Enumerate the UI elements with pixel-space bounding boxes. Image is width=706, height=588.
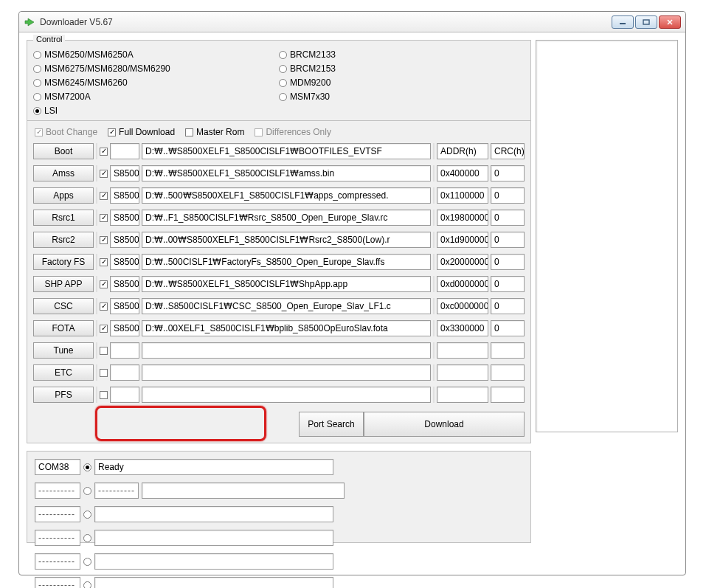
control-radio[interactable]: BRCM2133: [279, 49, 525, 60]
row-checkbox[interactable]: [100, 170, 108, 178]
crc-field[interactable]: [491, 387, 525, 403]
com-radio[interactable]: [83, 581, 91, 589]
image-field[interactable]: [110, 342, 139, 359]
com-status-field[interactable]: [94, 506, 333, 522]
crc-field[interactable]: 0: [491, 320, 525, 336]
row-checkbox[interactable]: [100, 258, 108, 266]
file-type-button[interactable]: Tune: [33, 342, 94, 359]
file-type-button[interactable]: ETC: [33, 364, 94, 381]
file-type-button[interactable]: Rsrc1: [33, 210, 94, 226]
image-field[interactable]: [110, 143, 139, 159]
path-field[interactable]: D:₩..₩S8500XELF1_S8500CISLF1₩amss.bin: [142, 165, 431, 181]
com-status-field[interactable]: [142, 482, 345, 499]
file-type-button[interactable]: Rsrc2: [33, 232, 94, 248]
com-port-field[interactable]: COM38: [35, 459, 80, 475]
minimize-button[interactable]: [612, 15, 634, 29]
path-field[interactable]: D:₩..F1_S8500CISLF1₩Rsrc_S8500_Open_Euro…: [142, 210, 431, 226]
file-type-button[interactable]: CSC: [33, 298, 94, 314]
com-status-field[interactable]: [94, 553, 333, 570]
port-search-button[interactable]: Port Search: [299, 412, 364, 437]
image-field[interactable]: S8500: [110, 254, 139, 270]
control-radio[interactable]: MSM7x30: [279, 91, 525, 102]
path-field[interactable]: D:₩..₩S8500XELF1_S8500CISLF1₩BOOTFILES_E…: [142, 143, 431, 159]
addr-field[interactable]: 0xd0000000: [437, 276, 488, 292]
com-radio[interactable]: [83, 487, 91, 495]
path-field[interactable]: D:₩..500CISLF1₩FactoryFs_S8500_Open_Euro…: [142, 254, 431, 270]
image-field[interactable]: S8500: [110, 298, 139, 314]
control-radio[interactable]: MSM6275/MSM6280/MSM6290: [33, 63, 279, 74]
row-checkbox[interactable]: [100, 391, 108, 399]
control-radio[interactable]: MSM6245/MSM6260: [33, 77, 279, 88]
com-status-field[interactable]: [94, 530, 333, 546]
com-port-field[interactable]: ----------: [35, 577, 80, 588]
row-checkbox[interactable]: [100, 192, 108, 200]
download-button[interactable]: Download: [364, 412, 525, 437]
addr-field[interactable]: 0x1d900000: [437, 232, 488, 248]
addr-field[interactable]: 0x1100000: [437, 187, 488, 204]
file-type-button[interactable]: Apps: [33, 187, 94, 204]
master-rom-checkbox[interactable]: [185, 128, 193, 136]
file-type-button[interactable]: PFS: [33, 387, 94, 403]
com-radio[interactable]: [83, 558, 91, 566]
addr-field[interactable]: [437, 364, 488, 381]
image-field[interactable]: [110, 364, 139, 381]
image-field[interactable]: [110, 387, 139, 403]
com-port-field[interactable]: ----------: [35, 530, 80, 546]
image-field[interactable]: S8500: [110, 187, 139, 204]
row-checkbox[interactable]: [100, 325, 108, 333]
addr-field[interactable]: 0x20000000: [437, 254, 488, 270]
crc-field[interactable]: 0: [491, 187, 525, 204]
file-type-button[interactable]: Amss: [33, 165, 94, 181]
com-radio[interactable]: [83, 511, 91, 519]
com-status-field[interactable]: Ready: [94, 459, 333, 475]
addr-field[interactable]: [437, 342, 488, 359]
path-field[interactable]: D:₩..S8500CISLF1₩CSC_S8500_Open_Europe_S…: [142, 298, 431, 314]
file-type-button[interactable]: Factory FS: [33, 254, 94, 270]
image-field[interactable]: S8500: [110, 276, 139, 292]
com-port-field[interactable]: ----------: [35, 553, 80, 570]
com-status-field[interactable]: [94, 577, 333, 588]
image-field[interactable]: S8500: [110, 210, 139, 226]
image-field[interactable]: S8500: [110, 232, 139, 248]
row-checkbox[interactable]: [100, 369, 108, 377]
path-field[interactable]: [142, 342, 431, 359]
addr-field[interactable]: 0x3300000: [437, 320, 488, 336]
file-type-button[interactable]: SHP APP: [33, 276, 94, 292]
crc-field[interactable]: 0: [491, 210, 525, 226]
close-button[interactable]: [659, 15, 681, 29]
crc-field[interactable]: 0: [491, 165, 525, 181]
image-field[interactable]: S8500: [110, 165, 139, 181]
row-checkbox[interactable]: [100, 302, 108, 311]
row-checkbox[interactable]: [100, 214, 108, 222]
control-radio[interactable]: BRCM2153: [279, 63, 525, 74]
path-field[interactable]: D:₩..500₩S8500XELF1_S8500CISLF1₩apps_com…: [142, 187, 431, 204]
boot-button[interactable]: Boot: [33, 143, 94, 159]
image-field[interactable]: S8500: [110, 320, 139, 336]
addr-field[interactable]: 0xc0000000: [437, 298, 488, 314]
path-field[interactable]: [142, 364, 431, 381]
control-radio[interactable]: MSM6250/MSM6250A: [33, 49, 279, 60]
control-radio[interactable]: MSM7200A: [33, 91, 279, 102]
addr-field[interactable]: 0x400000: [437, 165, 488, 181]
crc-field[interactable]: [491, 342, 525, 359]
path-field[interactable]: D:₩..00XELF1_S8500CISLF1₩bplib_S8500OpEu…: [142, 320, 431, 336]
crc-field[interactable]: 0: [491, 298, 525, 314]
path-field[interactable]: D:₩..00₩S8500XELF1_S8500CISLF1₩Rsrc2_S85…: [142, 232, 431, 248]
com-radio[interactable]: [83, 463, 91, 471]
row-checkbox[interactable]: [100, 236, 108, 244]
control-radio[interactable]: MDM9200: [279, 77, 525, 88]
row-checkbox[interactable]: [100, 347, 108, 355]
crc-field[interactable]: [491, 364, 525, 381]
path-field[interactable]: D:₩..₩S8500XELF1_S8500CISLF1₩ShpApp.app: [142, 276, 431, 292]
maximize-button[interactable]: [635, 15, 657, 29]
crc-field[interactable]: 0: [491, 254, 525, 270]
com-port-field[interactable]: ----------: [35, 506, 80, 522]
addr-field[interactable]: [437, 387, 488, 403]
com-port-field[interactable]: ----------: [35, 482, 80, 499]
path-field[interactable]: [142, 387, 431, 403]
crc-field[interactable]: 0: [491, 232, 525, 248]
row-checkbox[interactable]: [100, 280, 108, 288]
file-type-button[interactable]: FOTA: [33, 320, 94, 336]
row-checkbox[interactable]: [100, 148, 108, 156]
full-download-checkbox[interactable]: [108, 128, 116, 136]
